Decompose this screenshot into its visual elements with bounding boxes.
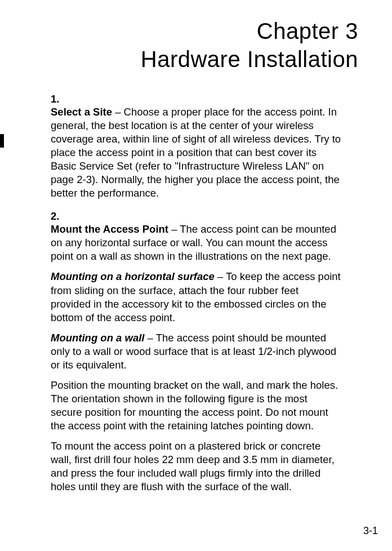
sub-paragraph: Position the mounting bracket on the wal… (51, 379, 341, 433)
item-sep: – (168, 223, 180, 235)
item-body: Select a Site – Choose a proper place fo… (51, 105, 341, 200)
sub-paragraph: Mounting on a horizontal surface – To ke… (51, 270, 341, 324)
chapter-title: Hardware Installation (141, 47, 358, 72)
page-number: 3-1 (363, 525, 378, 537)
item-number: 2. (51, 210, 65, 223)
chapter-number: Chapter 3 (257, 19, 358, 43)
item-body: Mount the Access Point – The access poin… (51, 223, 341, 494)
ordered-list: 1. Select a Site – Choose a proper place… (51, 93, 358, 494)
sub-text: To mount the access point on a plastered… (51, 440, 335, 492)
list-item: 1. Select a Site – Choose a proper place… (51, 93, 358, 200)
item-number: 1. (51, 93, 65, 105)
sub-paragraph: Mounting on a wall – The access point sh… (51, 331, 341, 372)
change-bar (0, 134, 4, 148)
list-item: 2. Mount the Access Point – The access p… (51, 210, 358, 494)
sub-title: Mounting on a wall (51, 332, 144, 344)
item-sep: – (112, 106, 124, 118)
sub-paragraph: To mount the access point on a plastered… (51, 439, 341, 494)
sub-title: Mounting on a horizontal surface (51, 270, 215, 282)
sub-sep: – (215, 270, 226, 282)
item-title: Select a Site (51, 106, 112, 118)
chapter-heading: Chapter 3 Hardware Installation (51, 17, 358, 73)
sub-sep: – (144, 332, 155, 344)
page-content: Chapter 3 Hardware Installation 1. Selec… (0, 0, 392, 494)
sub-text: Position the mounting bracket on the wal… (51, 379, 338, 432)
item-text: Choose a proper place for the access poi… (51, 106, 341, 199)
item-title: Mount the Access Point (51, 223, 168, 235)
